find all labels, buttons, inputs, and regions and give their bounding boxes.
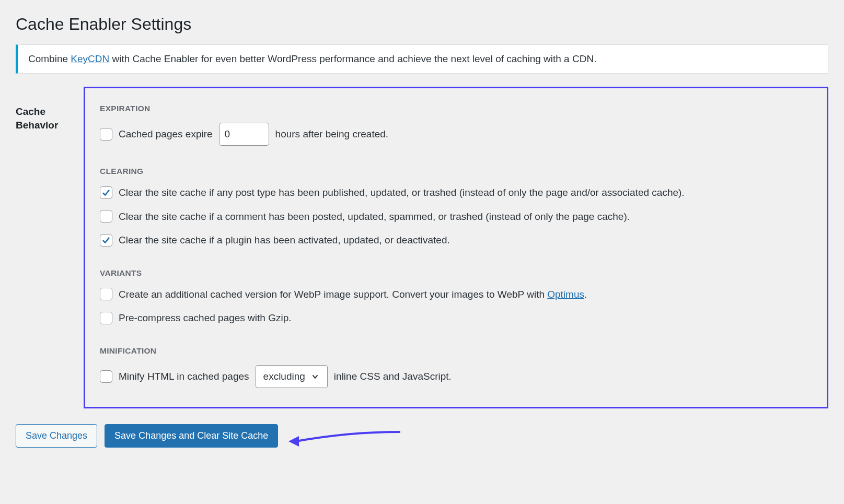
- variant-checkbox-webp[interactable]: [100, 288, 112, 300]
- clearing-row-1: Clear the site cache if a comment has be…: [100, 209, 812, 224]
- group-heading-clearing: CLEARING: [100, 167, 812, 176]
- clearing-label-0: Clear the site cache if any post type ha…: [119, 185, 685, 200]
- save-clear-button[interactable]: Save Changes and Clear Site Cache: [105, 424, 278, 448]
- expiration-label-after: hours after being created.: [275, 127, 389, 142]
- variant-row-webp: Create an additional cached version for …: [100, 287, 812, 302]
- group-heading-minification: MINIFICATION: [100, 346, 812, 356]
- variant-webp-text: Create an additional cached version for …: [119, 287, 587, 302]
- expiration-hours-input[interactable]: [219, 123, 269, 146]
- minification-selected: excluding: [263, 369, 305, 384]
- variant-row-gzip: Pre-compress cached pages with Gzip.: [100, 311, 812, 325]
- clearing-label-1: Clear the site cache if a comment has be…: [119, 209, 630, 224]
- minification-select[interactable]: excluding: [256, 365, 328, 388]
- expiration-checkbox[interactable]: [100, 128, 112, 140]
- cache-behavior-box: EXPIRATION Cached pages expire hours aft…: [84, 87, 828, 408]
- minification-checkbox[interactable]: [100, 370, 112, 383]
- clearing-row-2: Clear the site cache if a plugin has bee…: [100, 233, 812, 248]
- minification-label-before: Minify HTML in cached pages: [119, 369, 249, 384]
- section-label: Cache Behavior: [16, 87, 84, 132]
- optimus-link[interactable]: Optimus: [547, 289, 584, 300]
- variant-gzip-label: Pre-compress cached pages with Gzip.: [119, 311, 292, 325]
- expiration-row: Cached pages expire hours after being cr…: [100, 123, 812, 146]
- notice-suffix: with Cache Enabler for even better WordP…: [109, 53, 596, 64]
- chevron-down-icon: [310, 372, 320, 381]
- clearing-label-2: Clear the site cache if a plugin has bee…: [119, 233, 450, 248]
- minification-row: Minify HTML in cached pages excluding in…: [100, 365, 812, 388]
- clearing-checkbox-plugin[interactable]: [100, 234, 112, 247]
- clearing-checkbox-comment[interactable]: [100, 210, 112, 222]
- keycdn-link[interactable]: KeyCDN: [71, 53, 109, 64]
- notice-prefix: Combine: [28, 53, 71, 64]
- expiration-label-before: Cached pages expire: [119, 127, 213, 142]
- info-notice: Combine KeyCDN with Cache Enabler for ev…: [16, 44, 828, 74]
- annotation-arrow: [285, 429, 406, 442]
- clearing-checkbox-post[interactable]: [100, 186, 112, 199]
- page-title: Cache Enabler Settings: [16, 15, 828, 34]
- variant-checkbox-gzip[interactable]: [100, 312, 112, 324]
- group-heading-variants: VARIANTS: [100, 268, 812, 278]
- group-heading-expiration: EXPIRATION: [100, 104, 812, 113]
- submit-row: Save Changes Save Changes and Clear Site…: [16, 424, 828, 448]
- minification-label-after: inline CSS and JavaScript.: [334, 369, 452, 384]
- save-button[interactable]: Save Changes: [16, 424, 97, 448]
- variant-webp-after: .: [584, 289, 587, 300]
- clearing-row-0: Clear the site cache if any post type ha…: [100, 185, 812, 200]
- variant-webp-before: Create an additional cached version for …: [119, 289, 547, 300]
- svg-marker-0: [288, 436, 299, 447]
